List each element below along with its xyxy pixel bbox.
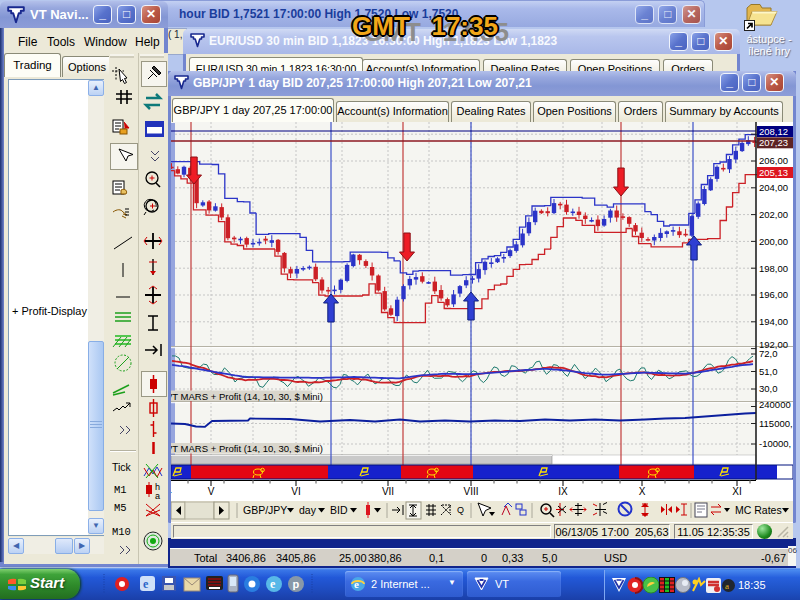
svg-text:e: e	[270, 577, 276, 591]
svg-text:M5: M5	[114, 502, 127, 514]
svg-text:196,00: 196,00	[759, 289, 788, 300]
svg-text:200,00: 200,00	[759, 236, 788, 247]
svg-text:204,00: 204,00	[759, 182, 788, 193]
svg-text:51,0: 51,0	[759, 366, 778, 377]
svg-text:115000,: 115000,	[759, 418, 793, 429]
svg-text:240000: 240000	[759, 399, 791, 410]
svg-text:206,00: 206,00	[759, 155, 788, 166]
svg-text:205,13: 205,13	[759, 167, 788, 178]
svg-text:a: a	[155, 491, 160, 501]
svg-text:IX: IX	[558, 486, 568, 497]
svg-text:e: e	[143, 577, 149, 591]
svg-text:M10: M10	[112, 526, 131, 538]
svg-text:Tick: Tick	[112, 461, 132, 473]
svg-text:VIII: VIII	[463, 486, 478, 497]
svg-text:a: a	[725, 581, 729, 591]
svg-text:MC Rates: MC Rates	[735, 504, 782, 516]
svg-text:207,23: 207,23	[759, 137, 788, 148]
svg-text:V: V	[208, 486, 215, 497]
svg-text:VT MARS + Profit (14, 10, 30,: VT MARS + Profit (14, 10, 30, $ Mini)	[171, 391, 323, 402]
svg-text:208,12: 208,12	[759, 126, 788, 137]
svg-text:VI: VI	[291, 486, 300, 497]
svg-text:202,00: 202,00	[759, 209, 788, 220]
svg-text:72,0: 72,0	[759, 348, 778, 359]
svg-text:BID: BID	[330, 504, 348, 516]
svg-text:194,00: 194,00	[759, 316, 788, 327]
svg-text:e: e	[354, 578, 359, 590]
svg-text:GBP/JPY: GBP/JPY	[243, 504, 287, 516]
svg-text:M1: M1	[114, 484, 127, 496]
svg-text:-10000,: -10000,	[759, 438, 791, 449]
svg-text:VII: VII	[382, 486, 394, 497]
svg-text:198,00: 198,00	[759, 263, 788, 274]
svg-text:day: day	[299, 504, 317, 516]
svg-text:Q: Q	[457, 505, 464, 515]
svg-text:30,0: 30,0	[759, 383, 778, 394]
svg-text:X: X	[639, 486, 646, 497]
svg-text:VT MARS + Profit (14, 10, 30,: VT MARS + Profit (14, 10, 30, $ Mini)	[171, 443, 323, 454]
svg-text:p: p	[293, 578, 300, 590]
svg-text:XI: XI	[732, 486, 741, 497]
